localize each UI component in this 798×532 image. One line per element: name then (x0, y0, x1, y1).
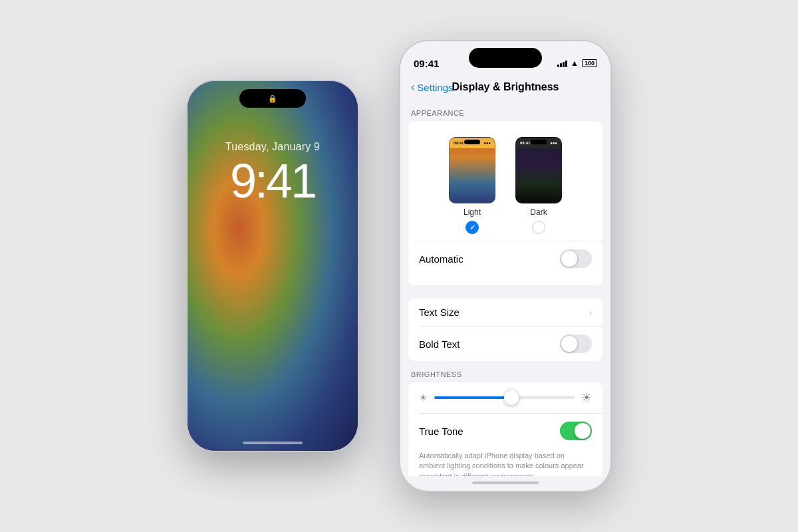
brightness-row: ☀ ☀ (419, 390, 592, 405)
dark-radio[interactable] (532, 221, 545, 234)
true-tone-thumb (575, 423, 591, 439)
wifi-icon: ▲ (571, 59, 579, 68)
chevron-right-icon: › (589, 307, 592, 318)
back-label: Settings (417, 82, 453, 93)
signal-bars-icon (557, 60, 567, 67)
appearance-light-option[interactable]: 09:41 ●●● Light (449, 137, 495, 234)
text-size-label: Text Size (419, 307, 460, 318)
appearance-dark-option[interactable]: 09:41 ●●● Dark (515, 137, 562, 234)
brightness-slider-container: ☀ ☀ (408, 382, 602, 413)
bold-text-row: Bold Text (408, 327, 602, 361)
status-icons: ▲ 100 (557, 59, 597, 68)
lock-screen-content: Tuesday, January 9 9:41 (188, 81, 358, 451)
appearance-options-container: 09:41 ●●● Light 09:41 (408, 121, 602, 285)
brightness-card: ☀ ☀ True Tone Automatically adapt iPhone… (408, 382, 602, 476)
true-tone-row: True Tone (408, 414, 602, 448)
left-phone: 🔒 Tuesday, January 9 9:41 (186, 80, 359, 452)
preview-icons-dark: ●●● (550, 141, 557, 145)
bold-toggle-thumb (561, 336, 577, 352)
dark-preview: 09:41 ●●● (515, 137, 562, 203)
signal-bar-3 (563, 62, 565, 67)
status-bar: 09:41 ▲ 100 (400, 41, 610, 76)
light-preview: 09:41 ●●● (449, 137, 495, 203)
right-phone: 09:41 ▲ 100 ‹ Settings Display & Brightn… (399, 40, 612, 492)
light-label: Light (464, 207, 481, 217)
battery-level: 100 (582, 59, 597, 67)
lock-date: Tuesday, January 9 (225, 141, 320, 153)
appearance-section-label: APPEARANCE (400, 100, 610, 121)
text-card: Text Size › Bold Text (408, 299, 602, 361)
notch: 🔒 (239, 89, 306, 108)
signal-bar-2 (560, 63, 562, 67)
automatic-label: Automatic (419, 253, 464, 265)
text-size-row[interactable]: Text Size › (408, 299, 602, 326)
brightness-thumb (504, 390, 519, 405)
lock-time: 9:41 (230, 157, 315, 205)
signal-bar-1 (557, 65, 559, 67)
brightness-slider[interactable] (434, 396, 575, 399)
home-bar (243, 442, 303, 444)
automatic-toggle[interactable] (560, 249, 592, 268)
light-radio[interactable] (466, 221, 479, 234)
preview-time-dark: 09:41 (520, 141, 530, 145)
appearance-options: 09:41 ●●● Light 09:41 (408, 130, 602, 241)
page-title: Display & Brightness (452, 81, 559, 93)
brightness-low-icon: ☀ (419, 392, 428, 403)
bold-text-toggle[interactable] (560, 334, 592, 353)
true-tone-toggle[interactable] (560, 422, 592, 440)
preview-notch-light (464, 140, 480, 144)
appearance-card: 09:41 ●●● Light 09:41 (408, 121, 602, 285)
status-time: 09:41 (414, 58, 439, 69)
preview-time-light: 09:41 (454, 141, 464, 145)
preview-notch-dark (531, 140, 547, 144)
brightness-section-label: BRIGHTNESS (400, 361, 610, 382)
text-size-right: › (589, 307, 592, 318)
preview-statusbar-light: 09:41 ●●● (450, 138, 495, 148)
dark-label: Dark (530, 207, 547, 217)
status-notch (469, 48, 542, 68)
chevron-left-icon: ‹ (411, 81, 414, 93)
preview-statusbar-dark: 09:41 ●●● (516, 138, 561, 148)
preview-icons-light: ●●● (483, 141, 491, 145)
home-bar-right (472, 481, 539, 484)
back-button[interactable]: ‹ Settings (411, 81, 454, 93)
signal-bar-4 (565, 61, 567, 67)
true-tone-description: Automatically adapt iPhone display based… (408, 448, 602, 476)
true-tone-label: True Tone (419, 426, 464, 437)
brightness-high-icon: ☀ (581, 390, 592, 405)
toggle-thumb (561, 251, 577, 267)
settings-body: APPEARANCE 09:41 ●●● Light (400, 100, 610, 476)
automatic-row: Automatic (408, 241, 602, 276)
brightness-fill (434, 396, 511, 399)
settings-nav: ‹ Settings Display & Brightness (400, 76, 610, 100)
lock-icon: 🔒 (268, 94, 277, 103)
bold-text-label: Bold Text (419, 338, 460, 350)
battery-icon: 100 (582, 59, 597, 67)
